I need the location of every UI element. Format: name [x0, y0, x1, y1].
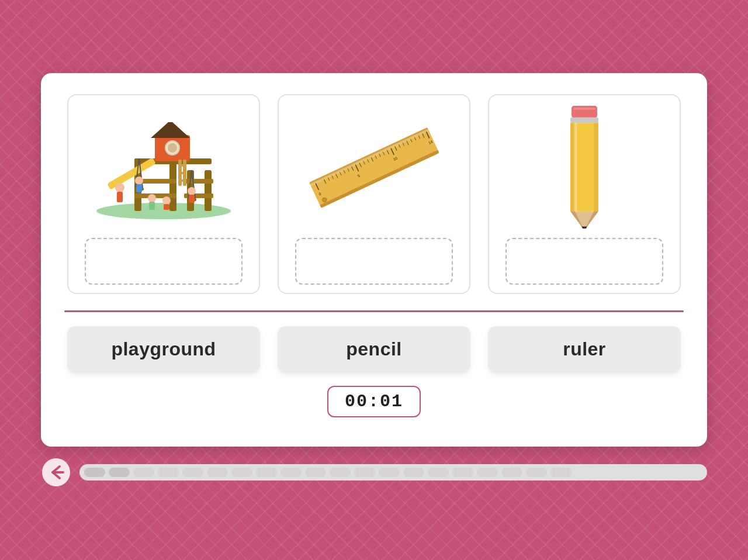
svg-rect-74 [570, 117, 598, 123]
progress-segment-17 [501, 468, 522, 477]
drop-zone-ruler[interactable] [295, 238, 453, 285]
svg-point-13 [168, 143, 177, 153]
progress-segment-5 [207, 468, 228, 477]
progress-segment-15 [452, 468, 473, 477]
pencil-image-area [500, 106, 669, 229]
svg-rect-16 [178, 164, 186, 167]
svg-rect-77 [594, 123, 598, 211]
drop-zone-pencil[interactable] [505, 238, 663, 285]
svg-rect-31 [189, 195, 195, 203]
svg-rect-35 [164, 204, 169, 210]
playground-image-area [79, 106, 248, 229]
progress-row [41, 457, 707, 488]
svg-point-20 [115, 183, 124, 192]
svg-rect-83 [574, 108, 595, 109]
progress-segment-10 [330, 468, 351, 477]
word-button-pencil[interactable]: pencil [278, 326, 470, 373]
svg-rect-4 [205, 170, 212, 211]
image-card-pencil [488, 94, 681, 294]
timer-display: 00:01 [327, 386, 421, 417]
svg-marker-11 [151, 122, 190, 138]
progress-segment-6 [231, 468, 252, 477]
svg-rect-73 [572, 106, 597, 118]
progress-segment-14 [428, 468, 449, 477]
svg-point-34 [162, 196, 171, 205]
progress-bar [79, 464, 707, 481]
svg-rect-18 [178, 179, 186, 182]
svg-point-30 [188, 187, 196, 195]
progress-segment-0 [84, 468, 105, 477]
svg-rect-26 [136, 184, 142, 192]
svg-rect-21 [117, 192, 123, 202]
progress-segment-9 [305, 468, 326, 477]
progress-segment-1 [109, 468, 130, 477]
svg-point-32 [148, 194, 156, 202]
svg-rect-2 [169, 158, 176, 211]
progress-segment-8 [280, 468, 302, 477]
progress-segment-19 [550, 468, 572, 477]
svg-marker-81 [581, 226, 587, 229]
image-card-ruler: 0 5 10 14 [278, 94, 470, 294]
svg-rect-33 [149, 202, 155, 210]
section-divider [64, 310, 684, 312]
progress-segment-11 [354, 468, 375, 477]
progress-segment-18 [526, 468, 547, 477]
svg-rect-8 [184, 179, 213, 184]
progress-segment-3 [158, 468, 179, 477]
progress-segment-7 [256, 468, 277, 477]
progress-segment-4 [182, 468, 203, 477]
progress-segment-2 [133, 468, 154, 477]
progress-segment-12 [379, 468, 400, 477]
word-button-playground[interactable]: playground [67, 326, 260, 373]
progress-segment-13 [403, 468, 424, 477]
svg-rect-17 [178, 172, 186, 174]
back-arrow-icon [41, 457, 71, 488]
svg-point-25 [135, 177, 143, 185]
drop-zone-playground[interactable] [85, 238, 243, 285]
svg-rect-36 [309, 127, 439, 208]
main-card: 0 5 10 14 [41, 73, 707, 447]
image-row: 0 5 10 14 [64, 94, 684, 294]
svg-rect-19 [107, 157, 156, 189]
word-button-ruler[interactable]: ruler [488, 326, 681, 373]
svg-rect-82 [574, 123, 577, 211]
pencil-illustration [552, 106, 617, 229]
playground-illustration [88, 112, 240, 223]
timer-row: 00:01 [64, 386, 684, 417]
ruler-illustration: 0 5 10 14 [298, 117, 450, 217]
ruler-image-area: 0 5 10 14 [289, 106, 459, 229]
progress-segment-16 [477, 468, 498, 477]
word-row: playground pencil ruler [64, 326, 684, 373]
image-card-playground [67, 94, 260, 294]
back-button[interactable] [41, 457, 71, 488]
